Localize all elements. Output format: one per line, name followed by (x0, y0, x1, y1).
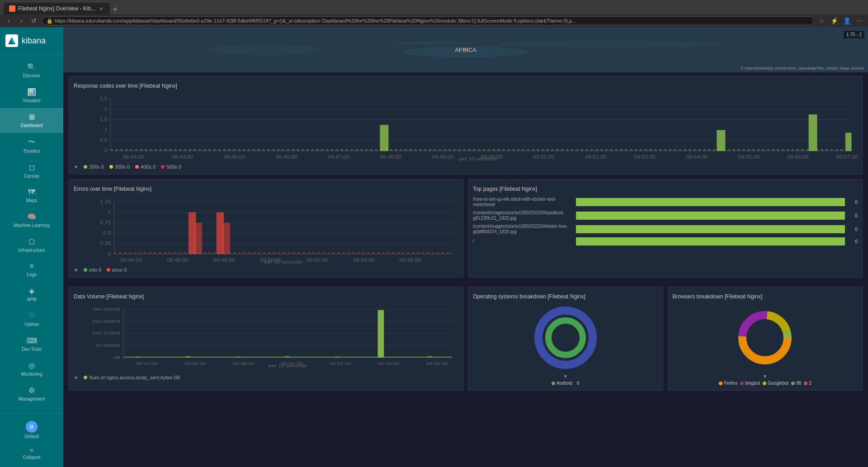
os-donut-legend: Android 6 (473, 381, 658, 386)
refresh-button[interactable]: ↺ (29, 16, 39, 26)
sidebar-logo-text: kibana (22, 36, 46, 46)
sidebar-item-ml[interactable]: 🧠 Machine Learning (0, 208, 63, 233)
extensions-button[interactable]: ⚡ (829, 16, 839, 26)
sidebar-item-apm[interactable]: ◈ APM (0, 282, 63, 307)
sidebar-item-management[interactable]: ⚙ Management (0, 382, 63, 406)
collapse-button[interactable]: « Collapse (0, 443, 63, 463)
svg-text:09:44:00: 09:44:00 (172, 155, 193, 160)
svg-text:09:52:00: 09:52:00 (330, 361, 351, 365)
sidebar-item-discover[interactable]: 🔍 Discover (0, 58, 63, 83)
svg-text:09:46:00: 09:46:00 (184, 361, 206, 365)
svg-text:09:52:00: 09:52:00 (307, 258, 328, 263)
collapse-icon: « (30, 446, 33, 453)
svg-text:09:44:00: 09:44:00 (120, 258, 142, 263)
browsers-legend: ▼ (673, 374, 858, 379)
legend-data-volume-dot (84, 376, 87, 379)
data-volume-panel: Data Volume [Filebeat Nginx] (69, 287, 463, 391)
legend-chevron[interactable]: ▼ (74, 165, 78, 170)
forward-button[interactable]: › (16, 16, 26, 26)
sidebar-item-timelion[interactable]: 〜 Timelion (0, 133, 63, 159)
bar-value-2: 0 (849, 213, 858, 218)
legend-data-volume-label: Sum of nginx.access.body_sent.bytes 0B (89, 375, 180, 380)
errors-legend-chevron[interactable]: ▼ (74, 268, 78, 273)
browser-tab[interactable]: Filebeat Nginx] Overview - Kib... ✕ (4, 3, 110, 14)
os-legend: ▼ (473, 374, 658, 379)
svg-text:0.5: 0.5 (103, 231, 111, 236)
kibana-logo-icon (5, 34, 18, 47)
svg-point-98 (555, 327, 576, 349)
svg-text:09:49:00: 09:49:00 (432, 155, 453, 160)
new-tab-button[interactable]: + (113, 5, 118, 14)
sidebar-item-uptime[interactable]: ♡ Uptime (0, 307, 63, 332)
dashboard-panels: Response codes over time [Filebeat Nginx… (63, 72, 868, 399)
map-legend: 1.75 - 2 (844, 31, 864, 38)
legend-400s-label: 400s 0 (141, 164, 156, 170)
sidebar-bottom: D Default « Collapse (0, 413, 63, 467)
apm-icon: ◈ (29, 287, 34, 295)
svg-text:0: 0 (104, 148, 108, 153)
avatar: D (26, 421, 38, 433)
menu-button[interactable]: ⋯ (854, 16, 864, 26)
sidebar-item-logs[interactable]: ≡ Logs (0, 258, 63, 282)
svg-text:2.5: 2.5 (100, 96, 108, 101)
svg-text:09:54:00: 09:54:00 (686, 155, 708, 160)
os-legend-android: Android (552, 381, 572, 386)
svg-text:09:54:00: 09:54:00 (353, 258, 375, 263)
data-volume-chevron[interactable]: ▼ (74, 375, 78, 380)
map-copyright: © OpenStreetMap contributors, OpenMapTil… (741, 66, 864, 71)
svg-text:09:48:00: 09:48:00 (213, 258, 235, 263)
svg-text:09:48:00: 09:48:00 (380, 155, 401, 160)
android-value: 6 (577, 381, 580, 386)
tab-close-button[interactable]: ✕ (98, 5, 104, 12)
browsers-breakdown-panel: Browsers breakdown [Filebeat Nginx] (668, 287, 863, 391)
back-button[interactable]: ‹ (4, 16, 14, 26)
legend-300s: 300s 0 (109, 164, 130, 170)
svg-rect-22 (717, 130, 725, 151)
main-content: AFRICA 1.75 - 2 © OpenStreetMap contribu… (63, 27, 868, 467)
sidebar-item-infrastructure[interactable]: ⬡ Infrastructure (0, 233, 63, 258)
firefox-label: Firefox (724, 381, 738, 386)
count-98-label: 98 (796, 381, 801, 386)
bookmark-button[interactable]: ☆ (816, 16, 826, 26)
svg-text:1.25: 1.25 (100, 199, 111, 204)
logs-icon: ≡ (29, 262, 33, 270)
response-codes-svg: 2.5 2 1.5 1 0.5 0 (74, 94, 858, 161)
sidebar-item-devtools[interactable]: ⌨ Dev Tools (0, 332, 63, 357)
sidebar-item-maps[interactable]: 🗺 Maps (0, 184, 63, 208)
top-pages-bars: /how-to-set-up-elk-stack-with-docker-and… (473, 197, 858, 245)
bottom-row: Data Volume [Filebeat Nginx] (69, 287, 863, 395)
bar-row-1: /how-to-set-up-elk-stack-with-docker-and… (473, 197, 858, 208)
sidebar-item-visualize[interactable]: 📊 Visualize (0, 83, 63, 108)
address-bar[interactable]: 🔒 https://kibana.tuturulianda.com/app/ki… (42, 16, 814, 25)
user-section[interactable]: D Default (0, 417, 63, 443)
legend-300s-dot (109, 165, 113, 169)
devtools-icon: ⌨ (27, 336, 37, 345)
sidebar-item-dashboard[interactable]: ⊞ Dashboard (0, 108, 63, 133)
bar-value-3: 0 (849, 226, 858, 232)
user-label: Default (24, 434, 39, 439)
sidebar-item-monitoring[interactable]: ◎ Monitoring (0, 357, 63, 382)
sidebar-item-label-discover: Discover (23, 73, 41, 79)
svg-point-2 (393, 41, 474, 45)
svg-rect-57 (195, 223, 202, 254)
svg-text:09:44:00: 09:44:00 (136, 361, 157, 365)
uptime-icon: ♡ (28, 311, 35, 320)
discover-icon: 🔍 (27, 63, 36, 71)
data-volume-svg: 390.625KB 292.969KB 195.313KB 97.656KB 0… (74, 304, 458, 372)
response-codes-chart: 2.5 2 1.5 1 0.5 0 (74, 94, 858, 161)
bar-track-4 (576, 237, 845, 245)
sidebar-item-label-uptime: Uptime (24, 322, 39, 327)
browsers-chevron[interactable]: ▼ (763, 374, 767, 379)
data-volume-legend: ▼ Sum of nginx.access.body_sent.bytes 0B (74, 375, 458, 380)
profile-button[interactable]: 👤 (842, 16, 852, 26)
data-volume-chart: 390.625KB 292.969KB 195.313KB 97.656KB 0… (74, 304, 458, 372)
android-dot (552, 382, 555, 385)
os-breakdown-panel: Operating systems breakdown [Filebeat Ng… (468, 287, 663, 391)
os-chevron[interactable]: ▼ (563, 374, 568, 379)
browser-toolbar: ‹ › ↺ 🔒 https://kibana.tuturulianda.com/… (0, 14, 868, 27)
bar-value-1: 0 (849, 199, 858, 205)
sidebar-item-canvas[interactable]: ◻ Canvas (0, 159, 63, 184)
svg-text:0B: 0B (113, 355, 120, 359)
svg-text:97.656KB: 97.656KB (96, 343, 120, 348)
sidebar-item-label-timelion: Timelion (23, 149, 40, 154)
